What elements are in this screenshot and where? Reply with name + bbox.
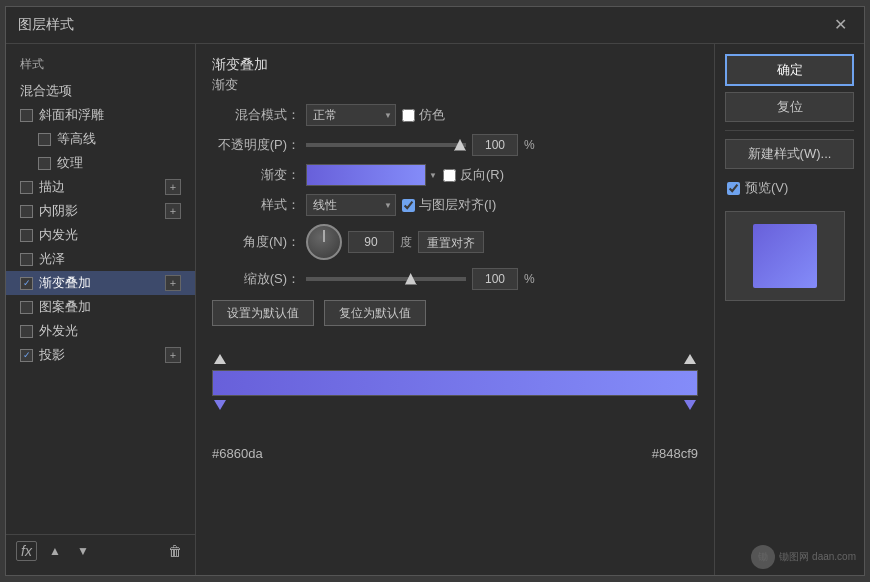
style-select[interactable]: 线性 径向 角度 对称 菱形 — [306, 194, 396, 216]
gradient-bar[interactable] — [212, 370, 698, 396]
reverse-checkbox-label[interactable]: 反向(R) — [443, 166, 504, 184]
gradient-overlay-label: 渐变叠加 — [39, 274, 165, 292]
sidebar-item-bevel[interactable]: 斜面和浮雕 — [6, 103, 195, 127]
gradient-dropdown-arrow[interactable]: ▼ — [429, 171, 437, 180]
dither-checkbox[interactable] — [402, 109, 415, 122]
scale-row: 缩放(S)： % — [212, 268, 698, 290]
gradient-bar-container — [212, 336, 698, 436]
style-select-wrapper[interactable]: 线性 径向 角度 对称 菱形 — [306, 194, 396, 216]
sidebar-item-pattern-overlay[interactable]: 图案叠加 — [6, 295, 195, 319]
style-label: 样式： — [212, 196, 300, 214]
blend-mode-label: 混合模式： — [212, 106, 300, 124]
color-stop-left[interactable] — [214, 400, 226, 410]
styles-header: 样式 — [6, 52, 195, 79]
outer-glow-checkbox[interactable] — [20, 325, 33, 338]
reverse-checkbox[interactable] — [443, 169, 456, 182]
texture-label: 纹理 — [57, 154, 181, 172]
color-stops-row — [212, 398, 698, 416]
bevel-label: 斜面和浮雕 — [39, 106, 181, 124]
close-button[interactable]: ✕ — [829, 15, 852, 35]
dial-needle — [323, 230, 325, 242]
drop-shadow-checkbox[interactable] — [20, 349, 33, 362]
bevel-checkbox[interactable] — [20, 109, 33, 122]
scale-input[interactable] — [472, 268, 518, 290]
scale-unit: % — [524, 272, 535, 286]
align-layers-checkbox[interactable] — [402, 199, 415, 212]
align-button[interactable]: 重置对齐 — [418, 231, 484, 253]
blend-mode-select-wrapper[interactable]: 正常 溶解 正片叠底 滤色 — [306, 104, 396, 126]
sidebar-item-stroke[interactable]: 描边 + — [6, 175, 195, 199]
opacity-label: 不透明度(P)： — [212, 136, 300, 154]
scale-slider-container[interactable] — [306, 268, 466, 290]
left-footer: fx ▲ ▼ 🗑 — [6, 534, 195, 567]
watermark-icon: 锄 — [751, 545, 775, 569]
scale-label: 缩放(S)： — [212, 270, 300, 288]
new-style-button[interactable]: 新建样式(W)... — [725, 139, 854, 169]
sidebar-item-inner-glow[interactable]: 内发光 — [6, 223, 195, 247]
gradient-overlay-add-button[interactable]: + — [165, 275, 181, 291]
separator — [725, 130, 854, 131]
layer-style-dialog: 图层样式 ✕ 样式 混合选项 斜面和浮雕 等高线 纹理 描边 — [5, 6, 865, 576]
gradient-preview[interactable] — [306, 164, 426, 186]
pattern-overlay-checkbox[interactable] — [20, 301, 33, 314]
angle-input[interactable] — [348, 231, 394, 253]
scale-slider[interactable] — [306, 277, 466, 281]
angle-dial[interactable] — [306, 224, 342, 260]
drop-shadow-add-button[interactable]: + — [165, 347, 181, 363]
dialog-title: 图层样式 — [18, 16, 74, 34]
opacity-stop-right[interactable] — [684, 354, 696, 364]
preview-checkbox[interactable] — [727, 182, 740, 195]
color-label-right: #848cf9 — [652, 446, 698, 461]
preview-checkbox-label[interactable]: 预览(V) — [725, 175, 854, 201]
align-layers-checkbox-label[interactable]: 与图层对齐(I) — [402, 196, 496, 214]
sidebar-item-blend-options[interactable]: 混合选项 — [6, 79, 195, 103]
confirm-button[interactable]: 确定 — [725, 54, 854, 86]
inner-shadow-checkbox[interactable] — [20, 205, 33, 218]
preview-label: 预览(V) — [745, 179, 788, 197]
move-up-button[interactable]: ▲ — [45, 541, 65, 561]
reset-default-button[interactable]: 复位为默认值 — [324, 300, 426, 326]
blend-mode-row: 混合模式： 正常 溶解 正片叠底 滤色 仿色 — [212, 104, 698, 126]
sidebar-item-inner-shadow[interactable]: 内阴影 + — [6, 199, 195, 223]
opacity-stops-row — [212, 352, 698, 368]
pattern-overlay-label: 图案叠加 — [39, 298, 181, 316]
stroke-checkbox[interactable] — [20, 181, 33, 194]
reset-button[interactable]: 复位 — [725, 92, 854, 122]
sidebar-item-texture[interactable]: 纹理 — [6, 151, 195, 175]
dialog-body: 样式 混合选项 斜面和浮雕 等高线 纹理 描边 + — [6, 44, 864, 575]
angle-unit: 度 — [400, 234, 412, 251]
outer-glow-label: 外发光 — [39, 322, 181, 340]
inner-glow-checkbox[interactable] — [20, 229, 33, 242]
blend-mode-select[interactable]: 正常 溶解 正片叠底 滤色 — [306, 104, 396, 126]
sidebar-item-satin[interactable]: 光泽 — [6, 247, 195, 271]
opacity-slider[interactable] — [306, 143, 466, 147]
opacity-stop-left[interactable] — [214, 354, 226, 364]
stroke-add-button[interactable]: + — [165, 179, 181, 195]
delete-button[interactable]: 🗑 — [165, 541, 185, 561]
fx-label: fx — [16, 541, 37, 561]
opacity-input[interactable] — [472, 134, 518, 156]
sidebar-item-outer-glow[interactable]: 外发光 — [6, 319, 195, 343]
inner-glow-label: 内发光 — [39, 226, 181, 244]
move-down-button[interactable]: ▼ — [73, 541, 93, 561]
gradient-overlay-checkbox[interactable] — [20, 277, 33, 290]
watermark-text: 锄图网 daan.com — [779, 550, 856, 564]
right-panel: 确定 复位 新建样式(W)... 预览(V) — [714, 44, 864, 575]
color-label-left: #6860da — [212, 446, 263, 461]
contour-checkbox[interactable] — [38, 133, 51, 146]
color-labels: #6860da #848cf9 — [212, 446, 698, 461]
set-default-button[interactable]: 设置为默认值 — [212, 300, 314, 326]
sidebar-item-contour[interactable]: 等高线 — [6, 127, 195, 151]
gradient-selector[interactable]: ▼ — [306, 164, 437, 186]
sidebar-item-gradient-overlay[interactable]: 渐变叠加 + — [6, 271, 195, 295]
stop-marker-bottom-left — [214, 400, 226, 410]
color-stop-right[interactable] — [684, 400, 696, 410]
texture-checkbox[interactable] — [38, 157, 51, 170]
opacity-slider-container[interactable] — [306, 134, 466, 156]
dither-label: 仿色 — [419, 106, 445, 124]
dither-checkbox-label[interactable]: 仿色 — [402, 106, 445, 124]
satin-checkbox[interactable] — [20, 253, 33, 266]
inner-shadow-add-button[interactable]: + — [165, 203, 181, 219]
preview-box — [725, 211, 845, 301]
sidebar-item-drop-shadow[interactable]: 投影 + — [6, 343, 195, 367]
